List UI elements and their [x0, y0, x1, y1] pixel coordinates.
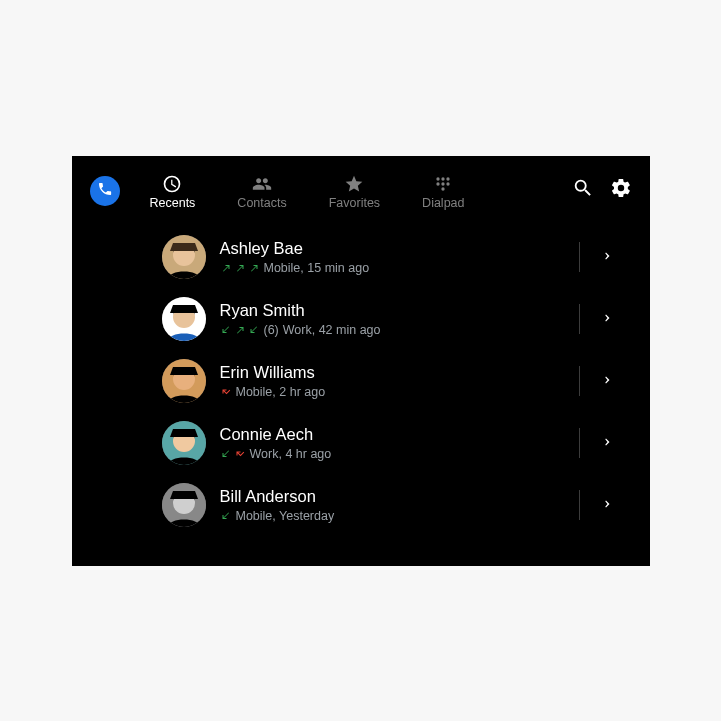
- call-row[interactable]: Ryan Smith (6) Work, 42 min ago: [90, 288, 632, 350]
- chevron-right-icon: [602, 372, 614, 390]
- svg-point-0: [437, 177, 440, 180]
- call-sub: Mobile, 2 hr ago: [220, 385, 563, 399]
- call-text: Erin Williams Mobile, 2 hr ago: [220, 362, 563, 399]
- divider: [579, 428, 580, 458]
- phone-button[interactable]: [90, 176, 120, 206]
- details-button[interactable]: [596, 431, 620, 455]
- divider: [579, 242, 580, 272]
- call-arrows: [220, 386, 232, 398]
- divider: [579, 304, 580, 334]
- call-row[interactable]: Ashley Bae Mobile, 15 min ago: [90, 226, 632, 288]
- details-button[interactable]: [596, 245, 620, 269]
- recents-list: Ashley Bae Mobile, 15 min ago Ryan Smith…: [90, 226, 632, 536]
- chevron-right-icon: [602, 310, 614, 328]
- call-name: Erin Williams: [220, 362, 563, 383]
- settings-button[interactable]: [610, 179, 632, 201]
- tab-label: Recents: [150, 196, 196, 210]
- call-arrows: [220, 448, 246, 460]
- svg-point-1: [442, 177, 445, 180]
- tab-label: Favorites: [329, 196, 380, 210]
- phone-app: Recents Contacts Favorites Dialpad: [72, 156, 650, 566]
- details-button[interactable]: [596, 493, 620, 517]
- call-count: (6): [264, 323, 279, 337]
- call-row[interactable]: Erin Williams Mobile, 2 hr ago: [90, 350, 632, 412]
- divider: [579, 490, 580, 520]
- call-arrows: [220, 510, 232, 522]
- call-meta: Mobile, 2 hr ago: [236, 385, 326, 399]
- call-text: Ashley Bae Mobile, 15 min ago: [220, 238, 563, 275]
- details-button[interactable]: [596, 369, 620, 393]
- tab-contacts[interactable]: Contacts: [237, 174, 286, 210]
- tab-recents[interactable]: Recents: [150, 174, 196, 210]
- call-meta: Work, 42 min ago: [283, 323, 381, 337]
- call-out-icon: [220, 262, 232, 274]
- call-text: Ryan Smith (6) Work, 42 min ago: [220, 300, 563, 337]
- svg-point-6: [442, 187, 445, 190]
- call-in-icon: [248, 324, 260, 336]
- avatar: [162, 235, 206, 279]
- avatar: [162, 297, 206, 341]
- dialpad-icon: [433, 174, 453, 194]
- details-button[interactable]: [596, 307, 620, 331]
- svg-point-5: [447, 182, 450, 185]
- svg-point-2: [447, 177, 450, 180]
- call-row[interactable]: Connie Aech Work, 4 hr ago: [90, 412, 632, 474]
- star-icon: [344, 174, 364, 194]
- call-out-icon: [248, 262, 260, 274]
- call-sub: Mobile, Yesterday: [220, 509, 563, 523]
- search-icon: [572, 177, 594, 203]
- tab-label: Dialpad: [422, 196, 464, 210]
- call-text: Connie Aech Work, 4 hr ago: [220, 424, 563, 461]
- call-name: Bill Anderson: [220, 486, 563, 507]
- call-name: Connie Aech: [220, 424, 563, 445]
- tab-favorites[interactable]: Favorites: [329, 174, 380, 210]
- svg-point-3: [437, 182, 440, 185]
- chevron-right-icon: [602, 434, 614, 452]
- tabs: Recents Contacts Favorites Dialpad: [150, 174, 465, 210]
- search-button[interactable]: [572, 179, 594, 201]
- avatar: [162, 359, 206, 403]
- tab-label: Contacts: [237, 196, 286, 210]
- call-in-icon: [220, 510, 232, 522]
- svg-point-4: [442, 182, 445, 185]
- call-sub: Mobile, 15 min ago: [220, 261, 563, 275]
- avatar: [162, 421, 206, 465]
- call-out-icon: [234, 262, 246, 274]
- call-text: Bill Anderson Mobile, Yesterday: [220, 486, 563, 523]
- call-meta: Mobile, 15 min ago: [264, 261, 370, 275]
- phone-icon: [97, 181, 113, 201]
- gear-icon: [610, 177, 632, 203]
- call-in-icon: [220, 448, 232, 460]
- call-meta: Mobile, Yesterday: [236, 509, 335, 523]
- tab-dialpad[interactable]: Dialpad: [422, 174, 464, 210]
- chevron-right-icon: [602, 496, 614, 514]
- topbar: Recents Contacts Favorites Dialpad: [90, 174, 632, 218]
- call-row[interactable]: Bill Anderson Mobile, Yesterday: [90, 474, 632, 536]
- call-name: Ashley Bae: [220, 238, 563, 259]
- divider: [579, 366, 580, 396]
- contacts-icon: [252, 174, 272, 194]
- call-sub: Work, 4 hr ago: [220, 447, 563, 461]
- recents-icon: [162, 174, 182, 194]
- call-name: Ryan Smith: [220, 300, 563, 321]
- call-in-icon: [220, 324, 232, 336]
- avatar: [162, 483, 206, 527]
- call-out-icon: [234, 324, 246, 336]
- call-arrows: [220, 262, 260, 274]
- call-arrows: [220, 324, 260, 336]
- call-missed-icon: [234, 448, 246, 460]
- call-meta: Work, 4 hr ago: [250, 447, 332, 461]
- call-missed-icon: [220, 386, 232, 398]
- chevron-right-icon: [602, 248, 614, 266]
- call-sub: (6) Work, 42 min ago: [220, 323, 563, 337]
